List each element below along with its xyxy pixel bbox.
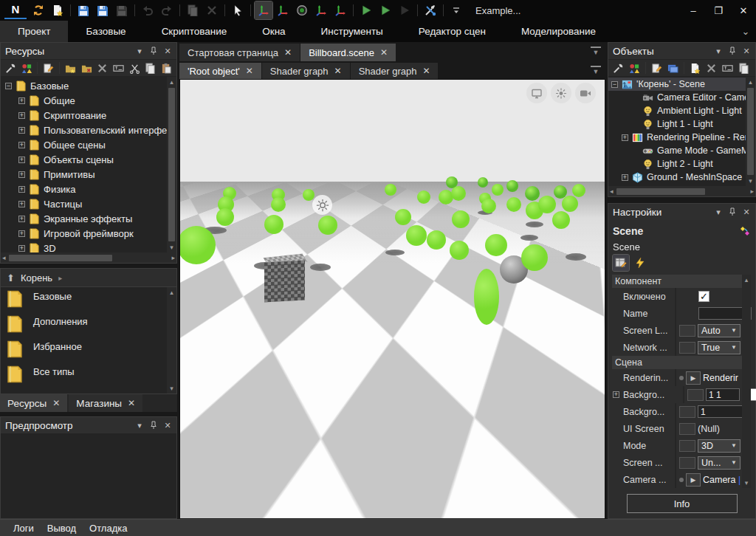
billboard-sphere[interactable] (481, 199, 496, 213)
billboard-sphere[interactable] (478, 177, 488, 188)
info-button[interactable]: Info (627, 494, 738, 513)
xgray-button[interactable] (94, 61, 110, 76)
object-tree-item[interactable]: Ambient Light - Light (608, 104, 746, 117)
folderx-button[interactable] (79, 61, 94, 76)
statusbar-item-Логи[interactable]: Логи (13, 523, 34, 534)
rename-button[interactable] (111, 61, 126, 76)
wrench-button[interactable] (3, 61, 18, 76)
folders-vscrollbar[interactable]: ▴▾ (167, 287, 176, 394)
refresh-button[interactable] (30, 1, 47, 19)
default-flag-box[interactable] (687, 389, 704, 401)
scroll-up-icon[interactable]: ▴ (749, 78, 752, 86)
move-snap-tool-button[interactable] (274, 1, 292, 19)
dropdown-select[interactable]: True▼ (698, 341, 740, 354)
undo-button[interactable] (139, 1, 157, 19)
propgrid-vscrollbar[interactable]: ▴ ▾ (742, 275, 751, 488)
up-arrow-icon[interactable]: ⬆ (7, 272, 15, 284)
close-icon[interactable]: ✕ (163, 47, 172, 55)
doc-tab-Стартовая-страница[interactable]: Стартовая страница✕ (179, 44, 300, 61)
pin-icon[interactable] (149, 47, 158, 55)
default-flag-box[interactable] (679, 457, 695, 469)
billboard-sphere[interactable] (506, 197, 521, 212)
editor-tab--Root-object-[interactable]: 'Root object'✕ (179, 63, 261, 79)
menubar-chevron-icon[interactable]: ⌄ (735, 21, 756, 42)
scrollbar-thumb[interactable] (616, 188, 705, 195)
vector-input[interactable]: 1 1 (706, 388, 740, 401)
expand-icon[interactable]: + (18, 201, 25, 207)
menu-item-Окна[interactable]: Окна (244, 21, 303, 42)
billboard-sphere[interactable] (538, 196, 556, 213)
statusbar-item-Отладка[interactable]: Отладка (89, 523, 127, 534)
scroll-up-icon[interactable]: ▴ (170, 289, 173, 296)
menu-item-Моделирование[interactable]: Моделирование (504, 21, 614, 42)
editor-tab-Shader-graph[interactable]: Shader graph✕ (351, 63, 439, 79)
object-tree-item[interactable]: −'Корень' - Scene (608, 78, 746, 91)
shapes-button[interactable] (19, 61, 35, 76)
reference-button[interactable]: ▶ (686, 473, 701, 487)
dropdown-icon[interactable]: ▾ (714, 207, 723, 216)
default-flag-box[interactable] (679, 342, 695, 354)
redo-button[interactable] (158, 1, 176, 19)
pin-icon[interactable] (149, 421, 158, 430)
tab-list-menu-icon[interactable]: ▼ (591, 47, 601, 56)
object-tree-item[interactable]: Light 1 - Light (608, 117, 746, 131)
reference-button[interactable]: ▶ (686, 371, 701, 385)
billboard-sphere[interactable] (485, 234, 507, 256)
dropdown-icon[interactable]: ▾ (135, 421, 144, 430)
camcorder-overlay-button[interactable] (575, 83, 596, 103)
scale-tool-button[interactable] (312, 1, 330, 19)
events-view-button[interactable] (632, 255, 648, 271)
scrollbar-thumb[interactable] (747, 88, 754, 175)
section-header[interactable]: Компонент (612, 275, 742, 288)
tree-item[interactable]: +Общее сцены (1, 137, 176, 152)
light-gizmo-icon[interactable] (312, 195, 332, 215)
scrollbar-thumb[interactable] (168, 88, 175, 241)
rotate-tool-button[interactable] (293, 1, 311, 19)
billboard-sphere[interactable] (385, 184, 396, 196)
expand-icon[interactable]: + (622, 174, 628, 181)
minimize-button[interactable]: – (681, 0, 706, 21)
left-tab-Магазины[interactable]: Магазины✕ (69, 394, 142, 412)
section-header[interactable]: Сцена (612, 356, 742, 369)
expand-icon[interactable]: + (18, 112, 25, 119)
copy-button[interactable] (736, 61, 752, 76)
close-icon[interactable]: ✕ (334, 66, 342, 76)
billboard-sphere[interactable] (417, 190, 430, 204)
scroll-down-icon[interactable]: ▾ (745, 479, 749, 487)
tree-item[interactable]: +Физика (1, 182, 176, 196)
close-icon[interactable]: ✕ (284, 47, 292, 58)
tree-item[interactable]: +Экранные эффекты (1, 211, 176, 226)
billboard-sphere[interactable] (216, 208, 234, 226)
scroll-up-icon[interactable]: ▴ (170, 78, 173, 86)
billboard-sphere[interactable] (552, 211, 570, 229)
expand-icon[interactable]: + (613, 391, 619, 398)
save-as-button[interactable] (94, 1, 111, 19)
folder-list-item[interactable]: Все типы (7, 365, 176, 391)
object-tree-item[interactable]: Camera Editor - Camera (608, 91, 746, 104)
default-flag-box[interactable] (679, 325, 695, 337)
folder-breadcrumb[interactable]: ⬆ Корень ▸ (0, 268, 177, 287)
object-tree-item[interactable]: Light 2 - Light (608, 157, 746, 171)
expand-icon[interactable]: + (18, 216, 25, 222)
editor-tab-Shader-graph[interactable]: Shader graph✕ (262, 63, 350, 79)
restore-button[interactable]: ❐ (706, 0, 731, 21)
expand-icon[interactable]: + (18, 171, 25, 178)
play-1-button[interactable] (357, 1, 375, 19)
menu-item-Инструменты[interactable]: Инструменты (303, 21, 401, 42)
paste-button[interactable] (159, 61, 174, 76)
scroll-up-icon[interactable]: ▴ (745, 276, 749, 284)
scroll-left-icon[interactable]: ◂ (2, 254, 6, 261)
tab-list-menu-icon[interactable]: ▼ (591, 66, 601, 75)
scroll-right-icon[interactable]: ▸ (750, 188, 754, 195)
close-icon[interactable]: ✕ (742, 47, 751, 55)
save-all-button[interactable] (113, 1, 131, 19)
menu-item-Проект[interactable]: Проект (0, 21, 68, 42)
select-button[interactable] (229, 1, 247, 19)
collapse-icon[interactable]: − (611, 81, 618, 88)
shapes-button[interactable] (627, 61, 642, 76)
scroll-down-icon[interactable]: ▾ (170, 385, 173, 392)
billboard-sphere[interactable] (525, 186, 540, 201)
dropdown-select[interactable]: Auto▼ (698, 324, 740, 337)
save-button[interactable] (75, 1, 92, 19)
object-tree-item[interactable]: Game Mode - GameMode (608, 144, 746, 157)
